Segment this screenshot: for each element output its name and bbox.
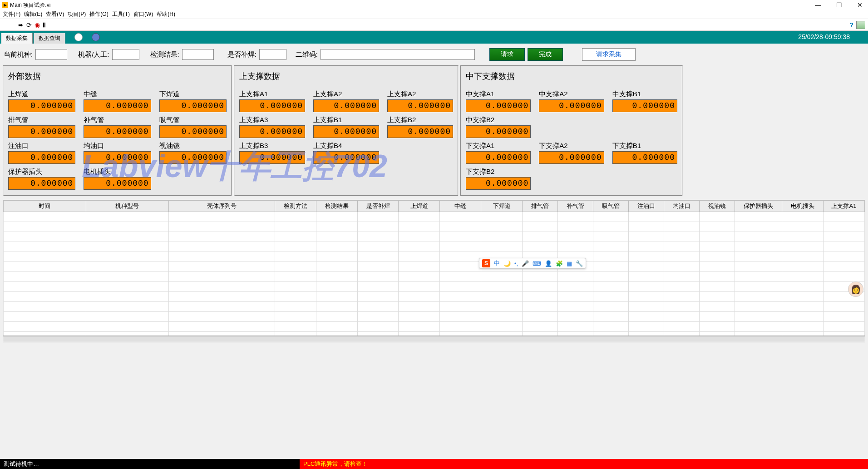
table-row[interactable] <box>4 262 865 272</box>
table-row[interactable] <box>4 222 865 232</box>
sogou-icon[interactable]: S <box>482 259 490 267</box>
field-value: 0.000000 <box>159 151 227 164</box>
table-row[interactable] <box>4 212 865 222</box>
menu-window[interactable]: 窗口(W) <box>133 10 153 18</box>
tab-data-query[interactable]: 数据查询 <box>34 33 65 44</box>
table-row[interactable] <box>4 232 865 242</box>
table-header[interactable]: 补气管 <box>558 201 593 212</box>
maximize-button[interactable]: ☐ <box>833 1 845 9</box>
assistant-avatar[interactable]: 👩 <box>848 281 863 297</box>
data-field: 排气管0.000000 <box>8 116 75 138</box>
help-icon[interactable]: ? <box>849 21 853 29</box>
table-row[interactable] <box>4 272 865 282</box>
data-field: 上支撑B30.000000 <box>239 142 305 164</box>
table-row[interactable] <box>4 242 865 252</box>
table-header[interactable]: 机种型号 <box>86 201 168 212</box>
table-header[interactable]: 中缝 <box>440 201 481 212</box>
table-header[interactable]: 检测方法 <box>275 201 316 212</box>
abort-icon[interactable]: ◉ <box>35 21 40 29</box>
table-row[interactable] <box>4 332 865 336</box>
table-header[interactable]: 上支撑A1 <box>823 201 864 212</box>
data-field: 中支撑B10.000000 <box>612 90 677 112</box>
table-header[interactable]: 保护器插头 <box>735 201 782 212</box>
menu-operate[interactable]: 操作(O) <box>89 10 108 18</box>
menu-help[interactable]: 帮助(H) <box>157 10 175 18</box>
ime-comma-icon[interactable]: •, <box>514 260 518 267</box>
table-header[interactable]: 检测结果 <box>316 201 357 212</box>
data-field: 上支撑A20.000000 <box>387 90 453 112</box>
run-continuous-icon[interactable]: ⟳ <box>26 21 32 29</box>
menu-file[interactable]: 文件(F) <box>3 10 20 18</box>
qr-input[interactable] <box>321 49 475 60</box>
context-help-icon[interactable] <box>856 21 865 29</box>
tab-data-collect[interactable]: 数据采集 <box>1 33 33 44</box>
mode-input[interactable] <box>112 49 139 60</box>
request-collect-button[interactable]: 请求采集 <box>582 48 636 61</box>
field-value: 0.000000 <box>466 99 531 112</box>
data-field: 下焊道0.000000 <box>159 90 227 112</box>
table-header[interactable]: 吸气管 <box>593 201 629 212</box>
field-value: 0.000000 <box>8 177 75 190</box>
status-left: 测试待机中… <box>0 459 300 469</box>
field-label: 中支撑A1 <box>466 90 531 99</box>
tab-bar: 数据采集 数据查询 25/02/28-09:59:38 <box>0 31 868 44</box>
field-value: 0.000000 <box>313 151 379 164</box>
labview-icon: ▶ <box>2 2 8 8</box>
menu-project[interactable]: 项目(P) <box>68 10 86 18</box>
window-title: Main 项目试验.vi <box>10 1 812 9</box>
field-value: 0.000000 <box>84 177 151 190</box>
minimize-button[interactable]: — <box>812 1 824 9</box>
table-header[interactable]: 下焊道 <box>481 201 523 212</box>
close-button[interactable]: ✕ <box>853 1 866 9</box>
table-header[interactable]: 均油口 <box>664 201 700 212</box>
field-label: 排气管 <box>8 116 75 124</box>
horizontal-scrollbar[interactable] <box>3 336 865 342</box>
ime-toolbar[interactable]: S 中 🌙 •, 🎤 ⌨ 👤 🧩 ▦ 🔧 <box>479 258 586 269</box>
field-value: 0.000000 <box>239 99 305 112</box>
pause-icon[interactable]: Ⅱ <box>43 21 46 29</box>
field-label: 上支撑A2 <box>387 90 453 99</box>
menu-edit[interactable]: 编辑(E) <box>24 10 42 18</box>
ime-user-icon[interactable]: 👤 <box>545 260 552 267</box>
field-label: 上支撑B1 <box>313 116 379 124</box>
field-label: 上支撑A1 <box>239 90 305 99</box>
ime-keyboard-icon[interactable]: ⌨ <box>533 260 541 267</box>
table-header[interactable]: 时间 <box>4 201 86 212</box>
statusbar: 测试待机中… PLC通讯异常，请检查！ <box>0 459 868 469</box>
table-header[interactable]: 上焊道 <box>399 201 440 212</box>
table-row[interactable] <box>4 312 865 322</box>
result-input[interactable] <box>182 49 214 60</box>
ime-settings-icon[interactable]: 🔧 <box>576 260 583 267</box>
panel-external-title: 外部数据 <box>8 71 227 82</box>
rewelded-input[interactable] <box>259 49 286 60</box>
model-input[interactable] <box>35 49 67 60</box>
table-row[interactable] <box>4 252 865 262</box>
table-header[interactable]: 是否补焊 <box>357 201 399 212</box>
menu-view[interactable]: 查看(V) <box>46 10 64 18</box>
done-button[interactable]: 完成 <box>528 48 563 61</box>
table-header[interactable]: 注油口 <box>629 201 664 212</box>
data-field: 下支撑B20.000000 <box>466 168 531 190</box>
ime-mic-icon[interactable]: 🎤 <box>522 260 529 267</box>
table-header[interactable]: 视油镜 <box>700 201 735 212</box>
field-label: 中支撑B2 <box>466 116 531 124</box>
field-label: 上支撑A2 <box>313 90 379 99</box>
data-table[interactable]: 时间机种型号壳体序列号检测方法检测结果是否补焊上焊道中缝下焊道排气管补气管吸气管… <box>3 200 865 336</box>
table-row[interactable] <box>4 282 865 292</box>
request-button[interactable]: 请求 <box>489 48 525 61</box>
ime-puzzle-icon[interactable]: 🧩 <box>556 260 563 267</box>
table-row[interactable] <box>4 322 865 332</box>
ime-grid-icon[interactable]: ▦ <box>567 260 572 267</box>
table-header[interactable]: 排气管 <box>523 201 558 212</box>
menu-tools[interactable]: 工具(T) <box>112 10 130 18</box>
data-field: 保护器插头0.000000 <box>8 168 75 190</box>
ime-lang[interactable]: 中 <box>494 259 500 267</box>
field-label: 下支撑A1 <box>466 142 531 150</box>
toolbar: ➨ ⟳ ◉ Ⅱ ? <box>0 19 868 31</box>
run-arrow-icon[interactable]: ➨ <box>18 21 24 29</box>
table-header[interactable]: 电机插头 <box>782 201 823 212</box>
table-header[interactable]: 壳体序列号 <box>168 201 275 212</box>
table-row[interactable] <box>4 292 865 302</box>
table-row[interactable] <box>4 302 865 312</box>
ime-moon-icon[interactable]: 🌙 <box>503 260 511 267</box>
